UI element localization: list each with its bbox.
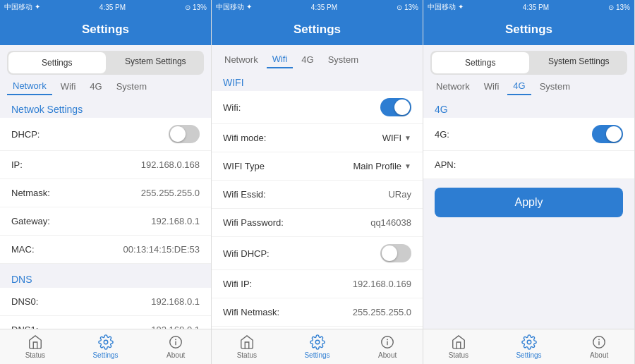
wifi-type-label: WIFI Type (223, 161, 265, 171)
wifi-essid-label: Wifi Essid: (223, 189, 266, 200)
nav-system[interactable]: System (111, 78, 152, 95)
status-label-3: Status (449, 351, 468, 359)
4g-section-header: 4G (423, 99, 634, 118)
status-label-1: Status (25, 351, 45, 359)
tab-system-btn[interactable]: System Settings (107, 51, 205, 72)
info-icon-2 (380, 334, 395, 350)
tab-system-btn-3[interactable]: System Settings (531, 51, 628, 72)
nav-tabs-3: Network Wifi 4G System (423, 78, 634, 95)
nav-4g[interactable]: 4G (84, 78, 107, 95)
dns1-row: DNS1: 192.168.0.1 (0, 316, 211, 329)
nav3-4g[interactable]: 4G (507, 78, 531, 95)
status-left-1: 中国移动 ✦ (4, 2, 40, 12)
settings-icon-2 (310, 334, 325, 350)
netmask-row: Netmask: 255.255.255.0 (0, 179, 211, 207)
dns0-value: 192.168.0.1 (151, 296, 200, 307)
nav2-4g[interactable]: 4G (296, 51, 319, 68)
gateway-value: 192.168.0.1 (151, 216, 200, 226)
4g-toggle-label: 4G: (435, 129, 449, 140)
bottom-nav-3: Status Settings About (423, 329, 634, 364)
dropdown-arrow-type: ▼ (404, 162, 411, 170)
wifi-ip-label: Wifi IP: (223, 279, 252, 289)
app-title-1: Settings (82, 23, 129, 37)
svg-point-4 (315, 340, 320, 344)
bottom-nav-1: Status Settings About (0, 329, 211, 364)
status-left-3: 中国移动 ✦ (428, 2, 464, 12)
4g-toggle[interactable] (592, 125, 623, 143)
wifi-password-value: qq146038 (370, 217, 411, 228)
bottom-settings-2[interactable]: Settings (282, 334, 353, 359)
ip-row: IP: 192.168.0.168 (0, 151, 211, 179)
dns0-row: DNS0: 192.168.0.1 (0, 288, 211, 316)
mac-label: MAC: (11, 244, 35, 255)
wifi-ip-row: Wifi IP: 192.168.0.169 (212, 270, 423, 298)
wifi-mode-dropdown[interactable]: WIFI ▼ (382, 133, 411, 143)
status-bar-1: 中国移动 ✦ 4:35 PM ⊙ 13% (0, 0, 211, 14)
mac-value: 00:13:14:15:DE:53 (123, 244, 200, 255)
nav3-network[interactable]: Network (430, 78, 476, 95)
status-label-2: Status (237, 351, 257, 359)
wifi-type-dropdown[interactable]: Main Profile ▼ (353, 161, 411, 171)
tab-settings-btn[interactable]: Settings (8, 52, 106, 73)
content-area-3: 4G 4G: APN: Apply (423, 97, 634, 329)
wifi-dhcp-toggle[interactable] (380, 244, 411, 262)
bottom-about-2[interactable]: About (352, 334, 423, 359)
gateway-row: Gateway: 192.168.0.1 (0, 207, 211, 236)
info-icon-3 (591, 334, 607, 350)
bottom-about-3[interactable]: About (564, 334, 634, 359)
panel-network: 中国移动 ✦ 4:35 PM ⊙ 13% Settings Settings S… (0, 0, 212, 364)
status-right-2: ⊙ 13% (397, 4, 418, 11)
settings-icon-1 (98, 334, 114, 350)
nav-network[interactable]: Network (7, 78, 52, 95)
wifi-essid-value: URay (388, 189, 411, 200)
netmask-value: 255.255.255.0 (141, 188, 200, 198)
ip-label: IP: (11, 159, 23, 170)
panel-4g: 中国移动 ✦ 4:35 PM ⊙ 13% Settings Settings S… (423, 0, 635, 364)
bottom-settings-3[interactable]: Settings (494, 334, 564, 359)
status-time-2: 4:35 PM (311, 4, 337, 11)
wifi-netmask-row: Wifi Netmask: 255.255.255.0 (212, 298, 423, 327)
apn-row: APN: (423, 151, 634, 179)
4g-toggle-row: 4G: (423, 118, 634, 151)
netwok-settings-header: Netwok Settings (0, 99, 211, 118)
wifi-password-label: Wifi Password: (223, 217, 284, 228)
bottom-status-2[interactable]: Status (212, 334, 282, 359)
content-area-2: WIFI Wifi: Wifi mode: WIFI ▼ WIFI Type M… (212, 70, 423, 329)
settings-label-3: Settings (516, 351, 541, 359)
wifi-ip-value: 192.168.0.169 (353, 279, 411, 289)
nav-wifi[interactable]: Wifi (55, 78, 82, 95)
status-bar-3: 中国移动 ✦ 4:35 PM ⊙ 13% (423, 0, 634, 14)
wifi-essid-row: Wifi Essid: URay (212, 181, 423, 209)
nav2-wifi[interactable]: Wifi (267, 51, 294, 68)
apply-button-3[interactable]: Apply (435, 188, 623, 217)
settings-label-1: Settings (92, 351, 118, 359)
wifi-dhcp-label: Wifi DHCP: (223, 248, 270, 259)
wifi-netmask-value: 255.255.255.0 (353, 307, 411, 317)
nav3-wifi[interactable]: Wifi (478, 78, 505, 95)
bottom-about-1[interactable]: About (140, 334, 211, 359)
mac-row: MAC: 00:13:14:15:DE:53 (0, 236, 211, 264)
tab-switcher-1: Settings System Settings (7, 51, 204, 75)
nav2-system[interactable]: System (322, 51, 364, 68)
panel-wifi: 中国移动 ✦ 4:35 PM ⊙ 13% Settings Network Wi… (212, 0, 423, 364)
wifi-toggle-label: Wifi: (223, 102, 241, 113)
wifi-toggle[interactable] (380, 98, 411, 116)
bottom-status-3[interactable]: Status (423, 334, 494, 359)
nav2-network[interactable]: Network (219, 51, 264, 68)
divider-1 (0, 264, 211, 269)
bottom-status-1[interactable]: Status (0, 334, 71, 359)
dhcp-row: DHCP: (0, 118, 211, 151)
wifi-toggle-row: Wifi: (212, 91, 423, 124)
about-label-2: About (378, 351, 397, 359)
tab-settings-btn-3[interactable]: Settings (432, 52, 529, 73)
content-area-1: Netwok Settings DHCP: IP: 192.168.0.168 … (0, 97, 211, 329)
app-title-3: Settings (505, 23, 552, 37)
wifi-password-row: Wifi Password: qq146038 (212, 209, 423, 237)
app-header-1: Settings (0, 14, 211, 45)
wifi-dhcp-row: Wifi DHCP: (212, 237, 423, 270)
home-icon-1 (28, 334, 43, 350)
bottom-settings-1[interactable]: Settings (71, 334, 141, 359)
dhcp-toggle[interactable] (169, 125, 200, 143)
nav3-system[interactable]: System (534, 78, 576, 95)
ip-value: 192.168.0.168 (141, 159, 200, 170)
